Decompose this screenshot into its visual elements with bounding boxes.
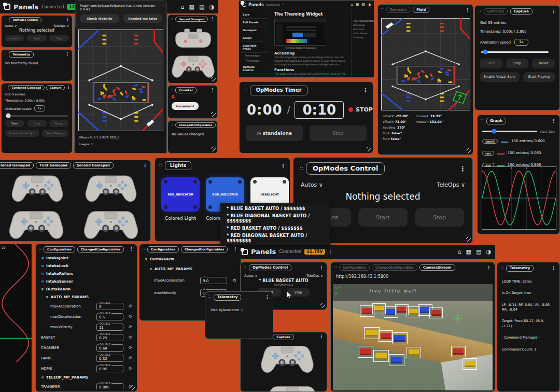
docs-toc-item[interactable]: Accessing — [353, 24, 372, 26]
target-time[interactable]: 0:10 — [295, 101, 344, 119]
kebab-menu-icon[interactable]: ⋮ — [65, 52, 69, 57]
autos-dropdown[interactable]: Autos ∨ — [301, 181, 323, 188]
tree-chevron-icon[interactable]: ∨ — [46, 295, 49, 299]
rgb-indicator-light[interactable]: RGB_INDICATOR — [161, 177, 200, 212]
drag-handle-icon[interactable]: ∷ — [171, 123, 173, 127]
kebab-menu-icon[interactable]: ⋮ — [143, 163, 147, 168]
kebab-menu-icon[interactable]: ⋮ — [281, 163, 286, 169]
resize-handle[interactable] — [467, 148, 471, 153]
tab-second-gamepad[interactable]: Second Gamepad — [73, 162, 114, 169]
refresh-icon[interactable]: ⟳ — [129, 335, 132, 340]
drag-handle-icon[interactable]: ∷ — [4, 52, 6, 56]
config-value-field[interactable]: DOUBLE0.885 — [96, 383, 123, 389]
config-row-intakerollers[interactable]: <IntakeRollers — [37, 270, 136, 278]
tree-chevron-icon[interactable]: ∨ — [145, 257, 148, 261]
legend-entry-const[interactable]: const—150 entries/ 0.000 — [482, 136, 555, 146]
config-row-outtakearm[interactable]: ∨OuttakeArm — [141, 256, 240, 263]
docs-sidebar-subitem[interactable]: Homepage — [241, 53, 268, 58]
docs-toc-item[interactable]: The Theming Widget — [353, 20, 372, 22]
drag-handle-icon[interactable]: ∷ — [334, 265, 337, 270]
kebab-menu-icon[interactable]: ⋮ — [265, 295, 270, 300]
config-value-field[interactable]: DOUBLE6.5 — [96, 313, 123, 320]
tree-chevron-icon[interactable]: < — [41, 279, 44, 284]
config-row-intakejoint[interactable]: <IntakeJoint — [37, 255, 136, 262]
stop-button[interactable]: Stop — [49, 35, 69, 41]
timeline-slider[interactable] — [481, 51, 549, 53]
kebab-menu-icon[interactable]: ⋮ — [551, 119, 556, 123]
layout-icon[interactable]: ▤ — [476, 249, 481, 255]
tree-chevron-icon[interactable]: < — [41, 256, 44, 260]
config-value-field[interactable]: DOUBLE0.68 — [96, 344, 123, 352]
teleops-dropdown[interactable]: TeleOps ∨ — [53, 24, 69, 27]
kebab-menu-icon[interactable]: ⋮ — [551, 9, 556, 14]
theme-icon[interactable]: ◑ — [486, 249, 491, 255]
increment-button[interactable]: Increment — [172, 102, 199, 110]
tab-configurables[interactable]: Configurables — [339, 264, 370, 271]
kebab-menu-icon[interactable]: ⋮ — [319, 334, 324, 339]
config-value-field[interactable]: DOUBLE0.32 — [96, 355, 123, 362]
drag-handle-icon[interactable]: ∷ — [244, 88, 247, 93]
start-button[interactable]: Start — [27, 35, 47, 41]
widgets-icon[interactable]: ▦ — [189, 4, 194, 10]
tab-telemetry[interactable]: Telemetry — [386, 7, 410, 13]
stop-button[interactable]: Stop — [310, 125, 367, 141]
timeline-slider[interactable] — [6, 115, 68, 117]
refresh-icon[interactable]: ⟳ — [129, 314, 132, 319]
legend-entry-cos[interactable]: cos—150 entries/ 0.060 — [482, 148, 555, 158]
start-button[interactable]: Start — [358, 208, 408, 227]
reset-button[interactable]: Reset — [532, 59, 555, 68]
drag-handle-icon[interactable]: ∷ — [171, 88, 173, 92]
resize-handle[interactable] — [211, 147, 216, 151]
refresh-icon[interactable]: ⟳ — [129, 345, 132, 350]
enable-visual-sync-button[interactable]: Enable Visual Sync — [480, 72, 520, 82]
window-slider[interactable] — [482, 131, 537, 132]
tab-changed-configurables[interactable]: ChangedConfigurables — [77, 246, 124, 253]
drag-handle-icon[interactable]: ∷ — [171, 18, 173, 21]
kebab-menu-icon[interactable]: ⋮ — [328, 249, 333, 255]
tab-capture[interactable]: Capture — [46, 85, 65, 90]
resize-handle[interactable] — [466, 237, 471, 242]
refresh-icon[interactable]: ⟳ — [129, 304, 132, 309]
kebab-menu-icon[interactable]: ⋮ — [66, 86, 71, 90]
home-icon[interactable]: ⌂ — [458, 249, 461, 255]
docs-sidebar-item[interactable]: Panels› — [241, 74, 268, 78]
config-row-intakesensor[interactable]: <IntakeSensor — [37, 278, 136, 286]
kebab-menu-icon[interactable]: ⋮ — [551, 266, 556, 271]
home-icon[interactable]: ⌂ — [351, 3, 353, 7]
teleops-dropdown[interactable]: TeleOps ∨ — [306, 274, 323, 278]
autos-dropdown[interactable]: Autos ∨ — [244, 274, 257, 278]
config-row-teleop_mp_params[interactable]: <TELEOP_MP_PARAMS — [37, 374, 136, 382]
opmode-dropdown-item[interactable]: * BLUE BASKET AUTO / $$$$$$$ — [220, 203, 330, 213]
refresh-icon[interactable]: ⟳ — [129, 325, 132, 329]
field-canvas[interactable] — [381, 18, 470, 110]
drag-handle-icon[interactable]: ∷ — [39, 247, 41, 251]
drag-handle-icon[interactable]: ∷ — [4, 86, 6, 90]
slider-knob[interactable] — [6, 114, 10, 118]
kebab-menu-icon[interactable]: ⋮ — [319, 265, 324, 270]
docs-sidebar-item[interactable]: Full Panels› — [241, 19, 268, 26]
config-row-intakelock[interactable]: <IntakeLock — [37, 262, 136, 270]
drag-handle-icon[interactable]: ∷ — [4, 18, 6, 22]
stop-button[interactable]: Stop — [506, 59, 529, 68]
drag-handle-icon[interactable]: ∷ — [159, 163, 162, 168]
opmode-dropdown-item[interactable]: * RED BASKET AUTO / $$$$$$$ — [220, 223, 330, 233]
config-value-field[interactable]: DOUBLE9 — [96, 303, 123, 310]
resize-handle[interactable] — [367, 147, 371, 151]
docs-toc-item[interactable]: Functions — [353, 28, 372, 31]
layout-icon[interactable]: ▤ — [199, 4, 204, 10]
docs-toc-item[interactable]: Theming — [353, 36, 372, 39]
tree-chevron-icon[interactable]: ∨ — [41, 287, 44, 291]
config-value-field[interactable]: DOUBLE11 — [96, 324, 123, 331]
kebab-menu-icon[interactable]: ⋮ — [211, 17, 215, 21]
drag-handle-icon[interactable]: ∷ — [481, 119, 484, 123]
config-value-field[interactable]: 79.0 — [200, 277, 227, 284]
tab-changed-configurables[interactable]: ChangedConfigurables — [181, 246, 228, 253]
layout-icon[interactable]: ▤ — [361, 3, 365, 7]
drag-handle-icon[interactable]: ∷ — [300, 166, 303, 172]
field-canvas[interactable] — [78, 30, 163, 131]
start-button[interactable]: Start — [5, 120, 24, 127]
tab-camera-stream[interactable]: CameraStream — [419, 264, 455, 271]
stop-button[interactable]: Stop — [415, 208, 464, 227]
config-row-outtakearm[interactable]: ∨OuttakeArm — [37, 286, 136, 293]
enable-visual-sync-button[interactable]: Enable Visual Sync — [5, 130, 39, 137]
